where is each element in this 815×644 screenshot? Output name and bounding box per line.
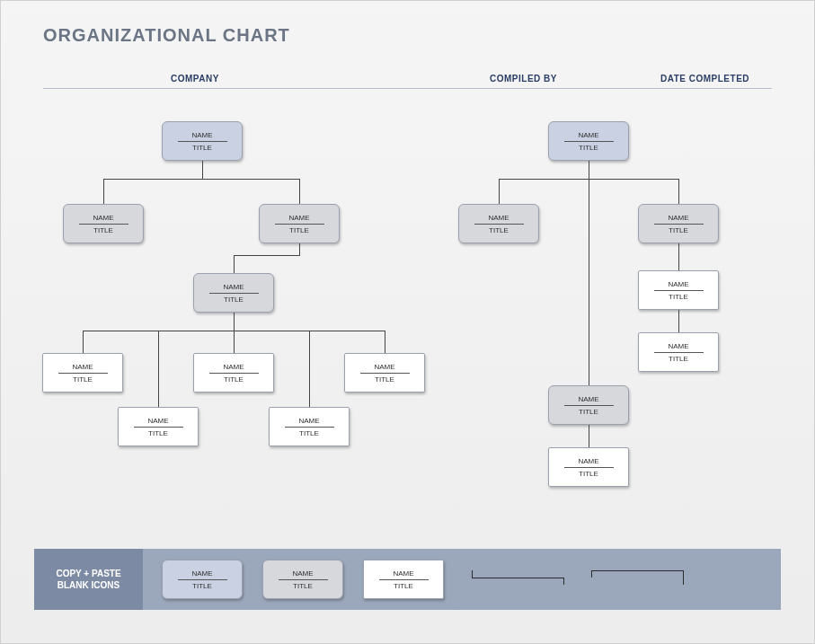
header-rule xyxy=(43,88,772,89)
org-node[interactable]: NAME TITLE xyxy=(638,204,719,243)
connector xyxy=(385,331,385,353)
org-node-title: TITLE xyxy=(289,226,309,234)
connector xyxy=(83,331,84,353)
connector xyxy=(678,310,679,332)
org-node[interactable]: NAME TITLE xyxy=(548,385,629,425)
org-node-title: TITLE xyxy=(148,429,168,437)
connector xyxy=(234,331,235,353)
org-node-name: NAME xyxy=(72,363,93,371)
org-node[interactable]: NAME TITLE xyxy=(118,407,199,446)
org-node-title: TITLE xyxy=(669,293,688,301)
org-node-sep xyxy=(564,141,614,142)
org-node-name: NAME xyxy=(292,569,313,578)
org-node[interactable]: NAME TITLE xyxy=(638,332,719,372)
connector xyxy=(103,179,104,204)
org-node-title: TITLE xyxy=(489,226,509,234)
org-node-name: NAME xyxy=(191,131,212,139)
org-node-name: NAME xyxy=(223,363,244,371)
org-node-name: NAME xyxy=(668,214,688,222)
connector xyxy=(202,161,203,179)
page-title: ORGANIZATIONAL CHART xyxy=(43,25,290,46)
org-node-name: NAME xyxy=(288,214,309,222)
page: ORGANIZATIONAL CHART COMPANY COMPILED BY… xyxy=(0,0,815,644)
org-node-sep xyxy=(275,224,324,225)
org-node-sep xyxy=(564,405,614,406)
connector-icon-horizontal[interactable] xyxy=(472,570,564,588)
org-node-name: NAME xyxy=(223,283,244,291)
org-node-name: NAME xyxy=(191,569,212,578)
connector xyxy=(299,179,300,204)
org-node-title: TITLE xyxy=(394,582,413,590)
org-node-sep xyxy=(379,579,429,580)
org-node-left-root[interactable]: NAME TITLE xyxy=(162,121,243,161)
org-node-sep xyxy=(360,373,410,374)
org-node-sep xyxy=(209,293,259,294)
connector xyxy=(678,179,679,204)
org-node[interactable]: NAME TITLE xyxy=(344,353,425,393)
org-node-title: TITLE xyxy=(93,226,113,234)
connector xyxy=(589,179,589,385)
org-node-sep xyxy=(178,141,227,142)
org-node-name: NAME xyxy=(93,214,113,222)
org-node-title: TITLE xyxy=(73,375,93,384)
org-node-sep xyxy=(474,224,524,225)
org-node-sep xyxy=(178,579,227,580)
connector xyxy=(309,331,310,407)
header-date-completed: DATE COMPLETED xyxy=(660,74,749,84)
header-compiled-by: COMPILED BY xyxy=(490,74,557,84)
org-node[interactable]: NAME TITLE xyxy=(63,204,144,243)
org-node-name: NAME xyxy=(578,395,598,403)
org-node-name: NAME xyxy=(668,280,688,288)
org-node-title: TITLE xyxy=(579,408,598,416)
org-node-name: NAME xyxy=(374,363,394,371)
connector xyxy=(589,161,589,179)
org-node[interactable]: NAME TITLE xyxy=(458,204,539,243)
legend-blue[interactable]: NAME TITLE xyxy=(161,560,244,599)
org-node-title: TITLE xyxy=(579,144,598,152)
connector xyxy=(234,255,235,273)
org-node[interactable]: NAME TITLE xyxy=(193,353,274,393)
connector xyxy=(499,179,500,204)
org-node[interactable]: NAME TITLE xyxy=(193,273,274,313)
org-node-name: NAME xyxy=(488,214,509,222)
org-node-title: TITLE xyxy=(293,582,313,590)
org-node[interactable]: NAME TITLE xyxy=(269,407,350,446)
org-node-title: TITLE xyxy=(579,470,598,478)
org-node-sep xyxy=(79,224,128,225)
org-node[interactable]: NAME TITLE xyxy=(638,270,719,310)
org-node[interactable]: NAME TITLE xyxy=(548,447,629,487)
org-node-title: TITLE xyxy=(375,375,394,384)
org-node-sep xyxy=(564,467,614,468)
org-node-title: TITLE xyxy=(669,355,688,363)
org-node[interactable]: NAME TITLE xyxy=(259,204,340,243)
org-node-title: TITLE xyxy=(224,296,244,304)
org-node-right-root[interactable]: NAME TITLE xyxy=(548,121,629,161)
org-node-title: TITLE xyxy=(299,429,319,437)
org-node-sep xyxy=(285,427,334,428)
org-node-sep xyxy=(654,224,704,225)
org-node-name: NAME xyxy=(393,569,413,578)
org-node-sep xyxy=(654,352,704,353)
org-node-name: NAME xyxy=(578,457,598,465)
connector xyxy=(234,255,300,256)
org-node-sep xyxy=(654,290,704,291)
org-node-title: TITLE xyxy=(192,582,212,590)
org-node-sep xyxy=(209,373,259,374)
header-company: COMPANY xyxy=(171,74,219,84)
org-node-title: TITLE xyxy=(224,375,244,384)
footer-label: COPY + PASTE BLANK ICONS xyxy=(34,549,143,610)
org-node-sep xyxy=(134,427,183,428)
org-node-title: TITLE xyxy=(192,144,212,152)
org-node-sep xyxy=(58,373,108,374)
org-node[interactable]: NAME TITLE xyxy=(42,353,123,393)
org-node-name: NAME xyxy=(298,417,319,425)
legend-grey[interactable]: NAME TITLE xyxy=(261,560,344,599)
connector-icon-step[interactable] xyxy=(591,570,684,588)
connector xyxy=(589,425,589,447)
connector xyxy=(234,313,235,331)
org-node-name: NAME xyxy=(668,342,688,350)
legend-white[interactable]: NAME TITLE xyxy=(362,560,445,599)
connector xyxy=(158,331,159,407)
footer-bar: COPY + PASTE BLANK ICONS NAME TITLE NAME… xyxy=(34,549,781,610)
org-node-title: TITLE xyxy=(669,226,688,234)
